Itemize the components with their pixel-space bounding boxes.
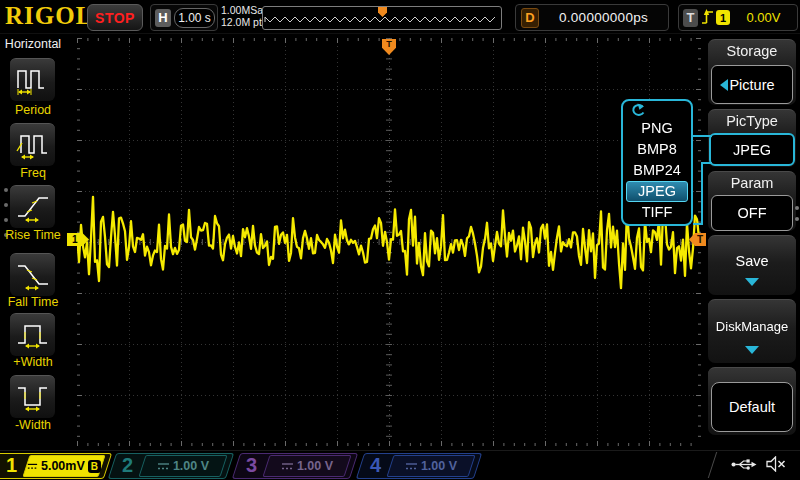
popup-item-png[interactable]: PNG: [623, 118, 691, 139]
h-badge: H: [155, 9, 171, 27]
channel-4-scale: 1.00 V: [421, 459, 457, 473]
diskmanage-label: DiskManage: [708, 319, 796, 334]
speaker-muted-icon: [765, 456, 786, 472]
channel-3-number: 3: [246, 454, 257, 477]
period-label: Period: [0, 103, 66, 117]
pictype-options: PNG BMP8 BMP24 JPEG TIFF: [623, 118, 691, 223]
plus-width-icon: [15, 319, 51, 351]
run-state-badge[interactable]: STOP: [87, 4, 143, 31]
statusbar-divider: [708, 452, 717, 478]
popup-item-bmp24[interactable]: BMP24: [623, 160, 691, 181]
freq-icon: [15, 129, 51, 161]
save-label: Save: [708, 253, 796, 269]
channel-4-number: 4: [370, 454, 381, 477]
plus-width-label: +Width: [0, 355, 66, 369]
picture-button[interactable]: Picture: [711, 65, 793, 104]
trigger-level-value: 0.00V: [730, 10, 797, 25]
channel-1-number: 1: [6, 454, 17, 477]
fall-time-label: Fall Time: [0, 295, 66, 309]
scroll-dot: [4, 188, 8, 192]
usb-icon: [731, 458, 757, 471]
delay-box: D 0.00000000ps: [515, 4, 669, 31]
minus-width-icon: [15, 381, 51, 413]
channel-2-number: 2: [122, 454, 133, 477]
param-value: OFF: [738, 205, 767, 221]
delay-value: 0.00000000ps: [539, 10, 668, 25]
timebase-value: 1.00 s: [174, 8, 215, 28]
delay-badge: D: [521, 8, 539, 28]
popup-item-bmp8[interactable]: BMP8: [623, 139, 691, 160]
plus-width-button[interactable]: [10, 313, 55, 356]
default-block: Default: [708, 367, 796, 435]
scroll-dot: [4, 203, 8, 207]
storage-title: Storage: [708, 40, 796, 59]
pictype-button[interactable]: JPEG: [709, 133, 795, 166]
trigger-source-badge: 1: [716, 10, 730, 25]
picture-label: Picture: [729, 77, 774, 93]
memory-waveform-strip: [262, 6, 502, 30]
period-icon: [15, 64, 51, 96]
save-block[interactable]: Save: [708, 235, 796, 295]
bandwidth-limit-badge: B: [88, 460, 101, 473]
pictype-header: PicType: [708, 110, 796, 129]
minus-width-button[interactable]: [10, 375, 55, 418]
popup-item-jpeg[interactable]: JPEG: [626, 181, 688, 202]
left-measure-menu: Horizontal Period Freq: [0, 33, 66, 450]
popup-item-tiff[interactable]: TIFF: [623, 202, 691, 223]
horizontal-timebase-box: H 1.00 s: [150, 4, 218, 31]
diskmanage-block[interactable]: DiskManage: [708, 299, 796, 363]
freq-button[interactable]: [10, 123, 55, 166]
edge-trigger-icon: [701, 8, 714, 28]
storage-block: Storage Picture: [708, 39, 796, 105]
channel-2-scale: 1.00 V: [173, 459, 209, 473]
rigol-logo: RIGOL: [5, 2, 93, 30]
rise-time-label: Rise Time: [0, 228, 66, 242]
rotate-knob-icon: [628, 103, 648, 118]
pictype-popup: PNG BMP8 BMP24 JPEG TIFF: [621, 99, 693, 226]
channel-3-tab[interactable]: 3 1.00 V: [236, 453, 354, 479]
trigger-badge: T: [683, 9, 698, 27]
top-status-bar: RIGOL STOP H 1.00 s 1.00MSa/s 12.0M pts …: [0, 0, 800, 34]
left-arrow-icon: [720, 79, 728, 91]
channel-1-scale: 5.00mV: [41, 459, 85, 473]
default-button[interactable]: Default: [711, 382, 793, 432]
down-arrow-icon: [745, 278, 759, 286]
channel-4-tab[interactable]: 4 1.00 V: [360, 453, 478, 479]
channel-status-bar: 1 5.00mV B 2: [0, 450, 800, 480]
freq-label: Freq: [0, 166, 66, 180]
minus-width-label: -Width: [0, 418, 66, 432]
channel-2-tab[interactable]: 2 1.00 V: [112, 453, 230, 479]
param-button[interactable]: OFF: [711, 195, 793, 231]
period-button[interactable]: [10, 58, 55, 101]
down-arrow-icon: [745, 346, 759, 354]
fall-time-button[interactable]: [10, 253, 55, 296]
pictype-value: JPEG: [733, 142, 771, 158]
page-dot: [795, 206, 799, 210]
param-block: Param OFF: [708, 171, 796, 231]
dc-coupling-icon: [27, 462, 38, 471]
trigger-box: T 1 0.00V: [678, 4, 798, 31]
rise-time-button[interactable]: [10, 185, 55, 228]
dc-coupling-icon: [405, 462, 418, 471]
dc-coupling-icon: [157, 462, 170, 471]
trigger-position-label: T: [386, 39, 392, 49]
default-label: Default: [729, 399, 775, 415]
scroll-dot: [4, 218, 8, 222]
channel-3-scale: 1.00 V: [297, 459, 333, 473]
channel-1-tab[interactable]: 1 5.00mV B: [0, 453, 108, 479]
fall-time-icon: [15, 259, 51, 291]
waveform-display: [77, 38, 701, 446]
pictype-block: PicType JPEG: [708, 109, 796, 167]
page-dot: [795, 217, 799, 221]
rise-time-icon: [15, 191, 51, 223]
oscilloscope-screen: RIGOL STOP H 1.00 s 1.00MSa/s 12.0M pts …: [0, 0, 800, 480]
param-header: Param: [708, 172, 796, 191]
left-menu-title: Horizontal: [0, 37, 66, 51]
storage-menu: Storage Storage Picture PicType JPEG Par…: [706, 34, 800, 450]
dc-coupling-icon: [281, 462, 294, 471]
